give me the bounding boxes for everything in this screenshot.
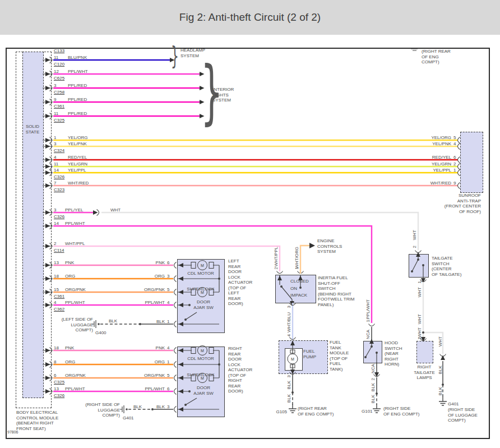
wire-color-label: PNK bbox=[65, 345, 74, 351]
pin-label: 1 bbox=[453, 168, 456, 173]
g401-left-location-label: (RIGHT SIDE OF LUGGAGE COMPT) bbox=[81, 402, 120, 418]
pin-label: 1 bbox=[167, 359, 169, 365]
solid-state-label: SOLID STATE bbox=[22, 124, 43, 135]
right-door-actuator-caption: RIGHT REAR DOOR LOCK ACTUATOR (TOP OF RI… bbox=[228, 346, 252, 394]
pin-label: 6 bbox=[54, 373, 56, 378]
pin-label: 13 bbox=[54, 386, 59, 392]
headlamp-system-label: HEADLAMP SYSTEM bbox=[180, 48, 205, 58]
wire-color-label: ORG bbox=[65, 359, 75, 365]
wire-color-label: WHT bbox=[417, 287, 423, 297]
wire-color-label: PPL/WHT bbox=[65, 386, 85, 392]
connector-label: C258 bbox=[54, 90, 64, 95]
wire-color-label: YEL/ORG bbox=[418, 135, 451, 141]
wire-color-label: RED/YEL bbox=[418, 155, 451, 160]
wire-color-label: YEL/ORG bbox=[68, 135, 88, 141]
wire-color-label: ORG/PNK bbox=[138, 287, 165, 293]
pin-label: 4 bbox=[167, 345, 169, 351]
pin-label: 6 bbox=[453, 155, 456, 160]
wire-color-label: WHT bbox=[417, 327, 423, 338]
wire-color-label: PPL/WHT bbox=[138, 386, 165, 392]
pin-label: 7 bbox=[54, 181, 56, 186]
wire-color-label: PPL/RED bbox=[68, 83, 87, 89]
door-ajar-switch-label: DOOR AJAR SW bbox=[191, 385, 216, 396]
fuel-pump-box bbox=[285, 348, 303, 371]
connector-label: C362 bbox=[54, 307, 64, 312]
hood-switch-box bbox=[363, 341, 382, 363]
pin-label: 13 bbox=[54, 260, 59, 266]
g401-left-label: G401 bbox=[123, 415, 134, 421]
connector-label: C325 bbox=[54, 118, 64, 123]
wire-color-label: PPL/RED bbox=[68, 97, 87, 103]
pin-label: 1 bbox=[167, 319, 169, 325]
pin-label: 2 bbox=[453, 161, 456, 167]
wire-color-label: PPL/WHT bbox=[65, 300, 85, 306]
wire-color-label: WHT bbox=[417, 314, 423, 324]
pin-label: 9 bbox=[453, 181, 456, 186]
tailgate-switch-box bbox=[409, 254, 429, 278]
pin-label: 8 bbox=[54, 359, 56, 365]
wire-color-label: PPL/WHT bbox=[138, 300, 165, 306]
wire-color-label: ORG bbox=[65, 274, 75, 279]
connector-label: C133 bbox=[54, 48, 64, 54]
wire-color-label: PPL/RED bbox=[68, 111, 87, 117]
wire-color-label: WHT/PPL bbox=[65, 241, 85, 247]
wire-color-label: WHT bbox=[412, 230, 418, 240]
fuel-tank-module-caption: FUEL TANK MODULE (TOP OF FUEL TANK) bbox=[330, 340, 349, 372]
body-control-module-solid-state bbox=[22, 52, 44, 398]
wire-color-label: ORG/PNK bbox=[65, 373, 86, 378]
pin-label: 3 bbox=[54, 141, 56, 147]
wire-color-label: BLK bbox=[138, 319, 165, 325]
g105-location-label: (RIGHT REAR OF ENG COMPT) bbox=[298, 406, 334, 417]
wire-color-label: YEL/GRN bbox=[418, 161, 451, 167]
wire-color-label: PNK bbox=[65, 260, 74, 266]
connector-label: C120 bbox=[54, 62, 64, 67]
wire-color-label: BLK bbox=[138, 404, 165, 410]
engine-controls-system-label: ENGINE CONTROLS SYSTEM bbox=[317, 238, 342, 255]
pin-label: 3 bbox=[54, 83, 56, 89]
right-tailgate-lamps-box bbox=[416, 341, 433, 363]
left-rear-door-lock-actuator-box bbox=[177, 259, 225, 333]
connector-label: C361 bbox=[54, 104, 64, 109]
pin-label: 1 bbox=[365, 320, 371, 322]
wire-color-label: PPL/WHT bbox=[365, 299, 371, 320]
g400-location-label: (LEFT SIDE OF LUGGAGE COMPT) bbox=[54, 317, 93, 333]
connector-label: C325 bbox=[54, 380, 64, 385]
sunroof-anti-trap-box bbox=[460, 132, 483, 193]
pin-label: 4 bbox=[54, 155, 56, 160]
wire-color-label: RED/YEL bbox=[68, 155, 87, 160]
pin-label: 9 bbox=[54, 97, 56, 103]
wire-color-label: BLK bbox=[438, 366, 443, 374]
wire-color-label: BLK bbox=[286, 394, 292, 403]
wire-color-label: WHT bbox=[438, 336, 443, 347]
figure-title: Fig 2: Anti-theft Circuit (2 of 2) bbox=[179, 11, 321, 24]
pin-label: 5 bbox=[453, 135, 456, 141]
pin-label: 1 bbox=[417, 281, 423, 283]
sunroof-anti-trap-caption: SUNROOF ANTI-TRAP (FRONT CENTER OF ROOF) bbox=[430, 193, 481, 214]
wire-color-label: BLK bbox=[109, 318, 117, 324]
pin-label: 11 bbox=[54, 111, 58, 117]
pin-label: 11 bbox=[54, 161, 58, 167]
wire-color-label: PPL/YEL bbox=[65, 207, 83, 213]
door-ajar-switch-label: DOOR AJAR SW bbox=[191, 299, 216, 310]
wire-color-label: YEL/PNK bbox=[68, 141, 87, 147]
pin-label: 4 bbox=[286, 334, 292, 336]
pin-label: 1 bbox=[294, 267, 300, 269]
superlock-label: SUPERLOCK bbox=[183, 372, 219, 378]
inertia-switch-caption: INERTIA FUEL SHUT-OFF SWITCH (BEHIND RIG… bbox=[318, 275, 354, 307]
connector-label: C326 bbox=[54, 174, 64, 180]
right-tailgate-lamps-caption: RIGHT TAILGATE LAMPS bbox=[411, 364, 437, 381]
superlock-label: SUPERLOCK bbox=[183, 287, 219, 292]
headlamp-brace: } bbox=[171, 47, 179, 66]
g400-label: G400 bbox=[95, 330, 107, 336]
connector-label: C323 bbox=[54, 187, 64, 193]
pin-label: 2 bbox=[412, 246, 418, 248]
pin-label: 14 bbox=[54, 168, 59, 173]
body-control-module-caption: BODY ELECTRICAL CONTROL MODULE (BENEATH … bbox=[16, 410, 61, 431]
fuel-pump-label: FUEL PUMP bbox=[303, 349, 316, 359]
wire-color-label: ORG/PNK bbox=[138, 373, 165, 378]
pin-label: 6 bbox=[167, 386, 169, 392]
pin-label: 2 bbox=[371, 378, 376, 380]
pin-label: 5 bbox=[167, 287, 169, 293]
connector-label: C625 bbox=[54, 76, 64, 81]
cdl-motor-label: CDL MOTOR bbox=[186, 356, 215, 362]
